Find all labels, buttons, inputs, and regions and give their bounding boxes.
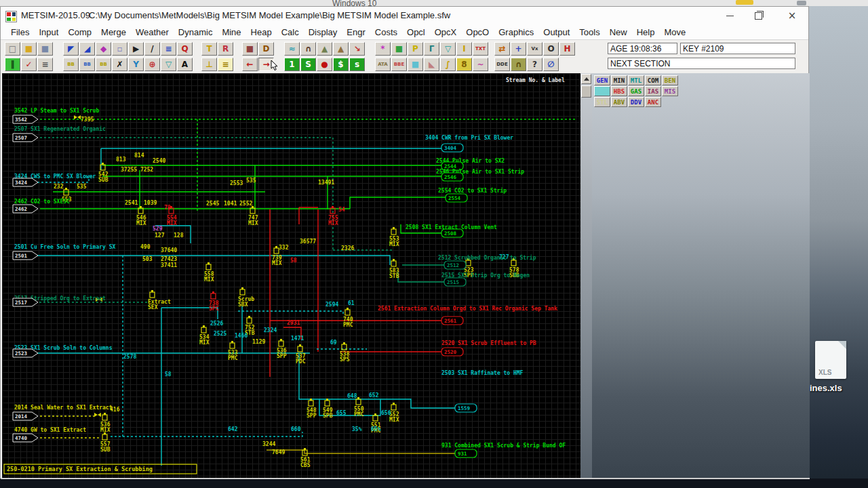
menu-heap[interactable]: Heap bbox=[246, 26, 277, 39]
batt-s2-icon[interactable]: s bbox=[349, 58, 365, 71]
cat-mtl-button[interactable]: MTL bbox=[628, 75, 644, 85]
minimize-button[interactable] bbox=[718, 7, 741, 24]
cat-ben-button[interactable]: BEN bbox=[662, 75, 678, 85]
verify-icon[interactable]: ✓ bbox=[21, 58, 37, 71]
feeder-c-icon[interactable]: BB bbox=[96, 58, 111, 71]
section-box-icon[interactable]: ▫ bbox=[112, 42, 127, 56]
unit-icon[interactable] bbox=[102, 415, 107, 420]
unit-icon[interactable] bbox=[64, 190, 68, 195]
open-model-icon[interactable]: ■ bbox=[21, 42, 37, 56]
menu-opcl[interactable]: Opcl bbox=[402, 26, 430, 39]
cat-gas-button[interactable]: GAS bbox=[628, 86, 644, 96]
key-field[interactable]: KEY #2109 bbox=[680, 43, 795, 54]
age-field[interactable]: AGE 19:08:36 bbox=[608, 43, 677, 54]
cat-anc-button[interactable]: ANC bbox=[645, 97, 661, 107]
scatter-icon[interactable]: + bbox=[511, 42, 526, 56]
label-a-icon[interactable]: A bbox=[177, 58, 193, 71]
menu-files[interactable]: Files bbox=[6, 26, 34, 39]
batt-s-icon[interactable]: S bbox=[300, 58, 316, 71]
menu-comp[interactable]: Comp bbox=[63, 26, 96, 39]
o-icon[interactable]: O bbox=[543, 42, 559, 56]
menu-opco[interactable]: OpcO bbox=[461, 26, 494, 39]
menu-opcx[interactable]: OpcX bbox=[430, 26, 462, 39]
filter-icon[interactable]: ◣ bbox=[424, 58, 439, 71]
steps-icon[interactable]: BBE bbox=[391, 58, 407, 71]
close-button[interactable]: × bbox=[781, 7, 804, 24]
unit-icon[interactable] bbox=[391, 261, 396, 266]
thickener-icon[interactable]: ▽ bbox=[440, 42, 456, 56]
menu-tools[interactable]: Tools bbox=[574, 26, 604, 39]
instrument-icon[interactable]: I bbox=[456, 42, 472, 56]
rainbow-icon[interactable]: ~ bbox=[473, 58, 488, 71]
menu-graphics[interactable]: Graphics bbox=[494, 26, 538, 39]
spec-sheet-icon[interactable]: ≡ bbox=[218, 58, 233, 71]
scales-icon[interactable]: ATA bbox=[375, 58, 391, 71]
pipe-tool-icon[interactable]: Γ bbox=[424, 42, 439, 56]
mixer-icon[interactable]: ⊕ bbox=[144, 58, 160, 71]
lock-icon[interactable]: ∩ bbox=[511, 58, 526, 71]
unit-icon[interactable] bbox=[373, 415, 378, 421]
menu-output[interactable]: Output bbox=[538, 26, 574, 39]
menu-engr[interactable]: Engr bbox=[342, 26, 370, 39]
convert-icon[interactable]: ⇄ bbox=[494, 42, 510, 56]
draw-line-icon[interactable]: / bbox=[144, 42, 160, 56]
menu-input[interactable]: Input bbox=[34, 26, 63, 39]
unit-icon[interactable] bbox=[247, 318, 252, 323]
new-file-icon[interactable]: □ bbox=[5, 42, 20, 56]
unit-icon[interactable] bbox=[150, 292, 155, 298]
pump-tool-icon[interactable]: ⊥ bbox=[201, 58, 217, 71]
menu-move[interactable]: Move bbox=[659, 26, 690, 39]
unit-icon[interactable] bbox=[356, 399, 361, 405]
vertical-scrollbar[interactable] bbox=[580, 73, 592, 478]
operator-icon[interactable]: 8 bbox=[456, 58, 472, 71]
next-section-field[interactable]: NEXT SECTION bbox=[608, 58, 795, 69]
menu-new[interactable]: New bbox=[605, 26, 632, 39]
batt-8-icon[interactable]: $ bbox=[333, 58, 349, 71]
holdup-icon[interactable]: H bbox=[559, 42, 575, 56]
unit-icon[interactable] bbox=[511, 260, 516, 266]
cat-blank-button[interactable] bbox=[594, 86, 610, 96]
curve-icon[interactable]: ∫ bbox=[440, 58, 456, 71]
dde-out-icon[interactable]: D bbox=[258, 42, 274, 56]
cat-com-button[interactable]: COM bbox=[645, 75, 661, 85]
power-toggle-icon[interactable]: ‖ bbox=[5, 58, 20, 71]
unit-icon[interactable] bbox=[466, 260, 471, 266]
save-model-icon[interactable]: ■ bbox=[37, 42, 53, 56]
menu-calc[interactable]: Calc bbox=[277, 26, 304, 39]
unit-icon[interactable] bbox=[391, 229, 396, 235]
delete-icon[interactable]: ✗ bbox=[112, 58, 127, 71]
unit-icon[interactable] bbox=[279, 341, 283, 346]
feeder-a-icon[interactable]: BB bbox=[63, 58, 79, 71]
menu-merge[interactable]: Merge bbox=[96, 26, 131, 39]
unit-icon[interactable] bbox=[206, 264, 211, 270]
unit-icon[interactable] bbox=[391, 405, 396, 410]
stop-icon[interactable]: ● bbox=[317, 58, 332, 71]
unit-icon[interactable] bbox=[240, 289, 245, 295]
scroll-up-button[interactable] bbox=[581, 74, 591, 84]
menu-display[interactable]: Display bbox=[304, 26, 342, 39]
unit-icon[interactable] bbox=[325, 401, 330, 406]
draw-stream-icon[interactable]: ◤ bbox=[63, 42, 79, 56]
edit-stream-icon[interactable]: ◢ bbox=[79, 42, 95, 56]
valve-icon[interactable] bbox=[74, 115, 81, 119]
unit-icon[interactable] bbox=[345, 310, 350, 315]
valve-icon[interactable] bbox=[94, 413, 101, 417]
splitter-icon[interactable]: Y bbox=[128, 58, 144, 71]
comp-phase-icon[interactable]: P bbox=[408, 42, 423, 56]
vx-icon[interactable]: Vx bbox=[527, 42, 542, 56]
batt-1-icon[interactable]: 1 bbox=[284, 58, 300, 71]
settler-icon[interactable]: ▽ bbox=[161, 58, 176, 71]
cat-hbs-button[interactable]: HBS bbox=[611, 86, 627, 96]
comp-atom-icon[interactable]: * bbox=[375, 42, 391, 56]
menu-weather[interactable]: Weather bbox=[131, 26, 174, 39]
mine-model-icon[interactable]: ∩ bbox=[300, 42, 316, 56]
database-icon[interactable]: ■ bbox=[242, 42, 258, 56]
scroll-thumb[interactable] bbox=[581, 85, 591, 98]
zoom-icon[interactable]: Q bbox=[177, 42, 193, 56]
heap-model-icon[interactable]: ▲ bbox=[317, 42, 332, 56]
hx-icon[interactable]: ■ bbox=[408, 58, 423, 71]
feeder-b-icon[interactable]: BB bbox=[79, 58, 95, 71]
title-bar[interactable]: METSIM-2015.09 C:\My Documents\MetModels… bbox=[1, 7, 808, 24]
unit-icon[interactable] bbox=[309, 401, 313, 406]
menu-help[interactable]: Help bbox=[632, 26, 660, 39]
